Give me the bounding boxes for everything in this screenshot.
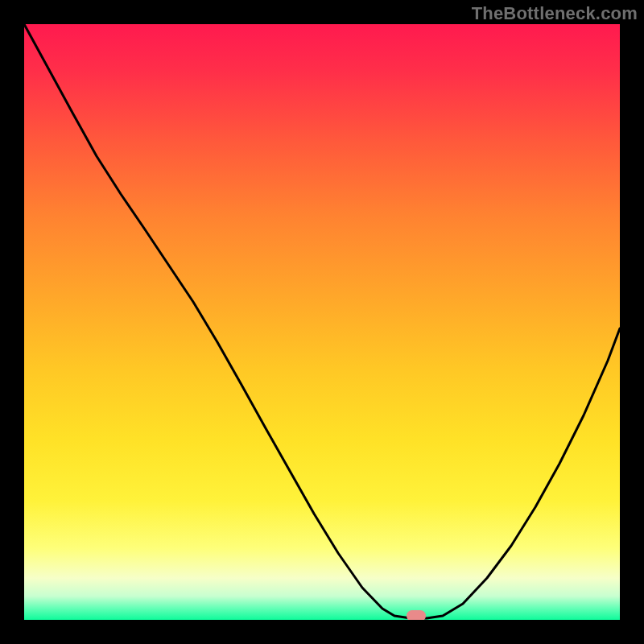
chart-frame: TheBottleneck.com — [0, 0, 644, 644]
watermark-text: TheBottleneck.com — [472, 3, 638, 24]
optimal-point-marker — [407, 610, 426, 620]
plot-area — [24, 24, 620, 620]
bottleneck-curve — [24, 24, 620, 620]
